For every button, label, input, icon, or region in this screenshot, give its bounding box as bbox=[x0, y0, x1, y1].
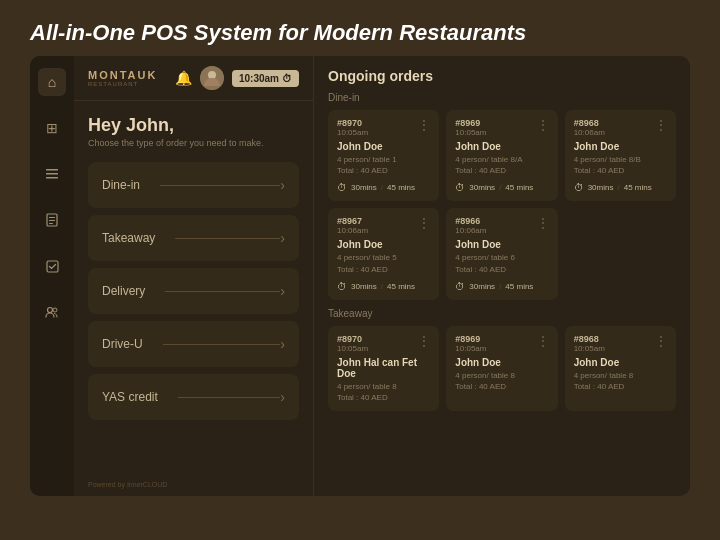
greeting-section: Hey John, Choose the type of order you n… bbox=[74, 101, 313, 156]
takeaway-orders-grid: #8970 10:05am ⋮ John Hal can Fet Doe 4 p… bbox=[328, 326, 676, 411]
greeting-subtitle: Choose the type of order you need to mak… bbox=[88, 138, 299, 148]
sidebar-item-receipt[interactable] bbox=[38, 206, 66, 234]
order-menu-icon[interactable]: ⋮ bbox=[655, 334, 667, 348]
order-card[interactable]: #8969 10:05am ⋮ John Doe 4 person/ table… bbox=[446, 110, 557, 201]
order-type-drive-u[interactable]: Drive-U › bbox=[88, 321, 299, 367]
sidebar-item-grid[interactable]: ⊞ bbox=[38, 114, 66, 142]
sidebar-item-orders[interactable] bbox=[38, 160, 66, 188]
order-type-yas-credit[interactable]: YAS credit › bbox=[88, 374, 299, 420]
pos-container: ⌂ ⊞ MONTAUK RESTAURANT 🔔 bbox=[30, 56, 690, 496]
time-badge: 10:30am ⏱ bbox=[232, 70, 299, 87]
order-menu-icon[interactable]: ⋮ bbox=[537, 216, 549, 230]
greeting-title: Hey John, bbox=[88, 115, 299, 136]
bell-icon[interactable]: 🔔 bbox=[175, 70, 192, 86]
order-types-list: Dine-in › Takeaway › Delivery › Drive-U … bbox=[74, 156, 313, 473]
clock-icon: ⏱ bbox=[282, 73, 292, 84]
sidebar-item-home[interactable]: ⌂ bbox=[38, 68, 66, 96]
order-card[interactable]: #8967 10:06am ⋮ John Doe 4 person/ table… bbox=[328, 208, 439, 299]
order-card[interactable]: #8968 10:05am ⋮ John Doe 4 person/ table… bbox=[565, 326, 676, 411]
dine-in-section-label: Dine-in bbox=[328, 92, 676, 103]
sidebar-item-users[interactable] bbox=[38, 298, 66, 326]
header-right: 🔔 10:30am ⏱ bbox=[175, 66, 299, 90]
order-menu-icon[interactable]: ⋮ bbox=[418, 334, 430, 348]
order-type-takeaway[interactable]: Takeaway › bbox=[88, 215, 299, 261]
svg-rect-5 bbox=[49, 220, 55, 221]
svg-rect-4 bbox=[49, 217, 55, 218]
avatar bbox=[200, 66, 224, 90]
svg-rect-1 bbox=[46, 173, 58, 175]
order-card[interactable]: #8968 10:06am ⋮ John Doe 4 person/ table… bbox=[565, 110, 676, 201]
order-card[interactable]: #8969 10:05am ⋮ John Doe 4 person/ table… bbox=[446, 326, 557, 411]
sidebar-item-checklist[interactable] bbox=[38, 252, 66, 280]
timer-icon: ⏱ bbox=[455, 182, 465, 193]
powered-by: Powered by InnerCLOUD bbox=[74, 473, 313, 496]
left-panel: MONTAUK RESTAURANT 🔔 10:30am ⏱ Hey John,… bbox=[74, 56, 314, 496]
orders-title: Ongoing orders bbox=[328, 68, 676, 84]
order-type-dine-in[interactable]: Dine-in › bbox=[88, 162, 299, 208]
order-menu-icon[interactable]: ⋮ bbox=[418, 216, 430, 230]
order-menu-icon[interactable]: ⋮ bbox=[655, 118, 667, 132]
svg-point-11 bbox=[208, 71, 216, 79]
svg-point-8 bbox=[48, 308, 53, 313]
timer-icon: ⏱ bbox=[574, 182, 584, 193]
order-card[interactable]: #8966 10:06am ⋮ John Doe 4 person/ table… bbox=[446, 208, 557, 299]
timer-icon: ⏱ bbox=[337, 182, 347, 193]
order-card[interactable]: #8970 10:05am ⋮ John Doe 4 person/ table… bbox=[328, 110, 439, 201]
timer-icon: ⏱ bbox=[337, 281, 347, 292]
logo: MONTAUK RESTAURANT bbox=[88, 69, 157, 87]
header-bar: MONTAUK RESTAURANT 🔔 10:30am ⏱ bbox=[74, 56, 313, 101]
dine-in-orders-grid: #8970 10:05am ⋮ John Doe 4 person/ table… bbox=[328, 110, 676, 300]
top-banner: All-in-One POS System for Modern Restaur… bbox=[0, 0, 720, 56]
svg-rect-0 bbox=[46, 169, 58, 171]
svg-point-9 bbox=[53, 308, 57, 312]
takeaway-section-label: Takeaway bbox=[328, 308, 676, 319]
order-menu-icon[interactable]: ⋮ bbox=[537, 334, 549, 348]
order-type-delivery[interactable]: Delivery › bbox=[88, 268, 299, 314]
order-menu-icon[interactable]: ⋮ bbox=[418, 118, 430, 132]
svg-rect-7 bbox=[47, 261, 58, 272]
sidebar-icons: ⌂ ⊞ bbox=[30, 56, 74, 496]
svg-rect-6 bbox=[49, 223, 53, 224]
timer-icon: ⏱ bbox=[455, 281, 465, 292]
banner-title: All-in-One POS System for Modern Restaur… bbox=[30, 20, 690, 46]
order-card[interactable]: #8970 10:05am ⋮ John Hal can Fet Doe 4 p… bbox=[328, 326, 439, 411]
svg-rect-2 bbox=[46, 177, 58, 179]
order-menu-icon[interactable]: ⋮ bbox=[537, 118, 549, 132]
right-panel: Ongoing orders Dine-in #8970 10:05am ⋮ J… bbox=[314, 56, 690, 496]
